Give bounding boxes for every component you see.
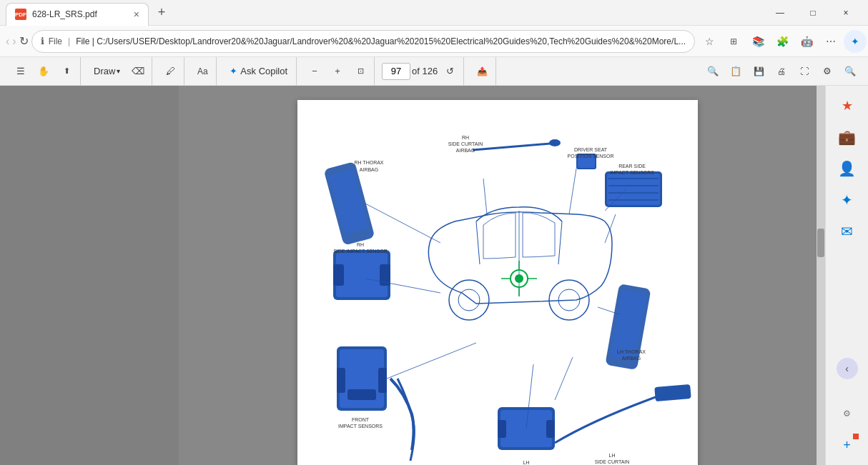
edge-outlook-icon[interactable]: ✉	[833, 217, 862, 246]
minimize-button[interactable]: —	[764, 0, 797, 26]
star-button[interactable]: ☆	[698, 30, 721, 53]
content-area: RH THORAX AIRBAG RH SIDE CURTAIN AIRBAG …	[0, 86, 868, 465]
fit-button[interactable]: ⊡	[350, 61, 371, 81]
pdf-viewer[interactable]: RH THORAX AIRBAG RH SIDE CURTAIN AIRBAG …	[179, 86, 817, 465]
address-lock-icon: ℹ	[41, 36, 44, 46]
svg-text:RH: RH	[462, 135, 469, 140]
refresh-button[interactable]: ↻	[19, 30, 29, 53]
svg-text:SIDE CURTAIN: SIDE CURTAIN	[595, 459, 630, 464]
navigation-bar: ‹ › ↻ ℹ File | File | C:/Users/USER/Desk…	[0, 26, 868, 57]
pdf-read-aloud-button[interactable]: Aa	[192, 61, 213, 81]
view-button[interactable]: 📋	[725, 61, 746, 81]
back-button[interactable]: ‹	[6, 30, 9, 53]
pdf-copilot-group: ✦ Ask Copilot	[221, 57, 297, 85]
address-bar[interactable]: ℹ File | File | C:/Users/USER/Desktop/La…	[31, 30, 695, 53]
draw-label: Draw	[94, 66, 115, 76]
page-total-text: of 126	[412, 66, 438, 76]
settings-button[interactable]: ⚙	[817, 61, 838, 81]
address-file-label: File	[49, 36, 62, 46]
pdf-eraser-button[interactable]: ⌫	[127, 61, 149, 81]
svg-rect-33	[378, 368, 387, 393]
edge-add-icon[interactable]: +	[833, 431, 862, 459]
svg-rect-32	[337, 368, 345, 393]
title-bar: PDF 628-LR_SRS.pdf × + — □ ×	[0, 0, 868, 26]
pdf-page-group: of 126 ↺	[379, 57, 464, 85]
svg-text:SIDE IMPACT SENSOR: SIDE IMPACT SENSOR	[333, 249, 388, 254]
svg-text:POSITION SENSOR: POSITION SENSOR	[568, 154, 614, 159]
pdf-menu-button[interactable]: ☰	[10, 61, 31, 81]
copilot-icon: ✦	[230, 66, 237, 76]
page-number-input[interactable]	[382, 63, 410, 80]
svg-text:IMPACT SENSORS: IMPACT SENSORS	[338, 424, 383, 429]
nav-icons: ☆ ⊞ 📚 🧩 🤖 ⋯ ✦	[698, 30, 867, 53]
svg-text:SIDE CURTAIN: SIDE CURTAIN	[448, 141, 483, 146]
edge-settings-bottom-icon[interactable]: ⚙	[833, 399, 862, 428]
pdf-read-group: Aa	[189, 57, 217, 85]
svg-text:FRONT: FRONT	[352, 417, 370, 422]
address-separator: |	[68, 36, 70, 46]
svg-rect-39	[546, 420, 555, 438]
pdf-page: RH THORAX AIRBAG RH SIDE CURTAIN AIRBAG …	[297, 100, 698, 465]
draw-arrow-icon: ▾	[117, 67, 120, 75]
more-button[interactable]: ⋯	[819, 30, 842, 53]
new-tab-button[interactable]: +	[152, 3, 172, 23]
pdf-toolbar: ☰ ✋ ⬆ Draw ▾ ⌫ 🖊 Aa ✦ Ask Copilot − + ⊡	[0, 57, 868, 86]
save-button[interactable]: 💾	[748, 61, 769, 81]
page-total: 126	[423, 66, 438, 76]
zoom-out-button[interactable]: −	[304, 61, 325, 81]
svg-point-4	[549, 139, 561, 146]
share-button[interactable]: 📤	[471, 61, 493, 81]
svg-rect-34	[347, 389, 376, 400]
find-button[interactable]: 🔍	[839, 61, 861, 81]
browser-tab[interactable]: PDF 628-LR_SRS.pdf ×	[6, 3, 149, 26]
collections-button[interactable]: 📚	[746, 30, 769, 53]
svg-text:AIRBAG: AIRBAG	[360, 167, 378, 172]
diagram-svg: RH THORAX AIRBAG RH SIDE CURTAIN AIRBAG …	[297, 100, 698, 465]
zoom-in-button[interactable]: +	[327, 61, 348, 81]
vertical-scrollbar[interactable]	[817, 86, 825, 465]
edge-profile-icon[interactable]: 👤	[833, 154, 862, 183]
search-button[interactable]: 🔍	[702, 61, 724, 81]
pdf-select-tool[interactable]: ⬆	[56, 61, 77, 81]
pdf-annotate-group: 🖊	[157, 57, 184, 85]
forward-button[interactable]: ›	[12, 30, 16, 53]
pdf-share-group: 📤	[468, 57, 496, 85]
sidebar-left	[0, 86, 179, 465]
pdf-toolbar-right: 🔍 📋 💾 🖨 ⛶ ⚙ 🔍	[702, 61, 861, 81]
maximize-button[interactable]: □	[797, 0, 829, 26]
edge-favorites-icon[interactable]: ★	[833, 91, 862, 120]
extensions-button[interactable]: 🧩	[771, 30, 794, 53]
pdf-highlight-button[interactable]: 🖊	[159, 61, 181, 81]
svg-text:RH THORAX: RH THORAX	[354, 160, 383, 165]
ask-copilot-label: Ask Copilot	[240, 66, 287, 76]
svg-rect-38	[498, 420, 506, 438]
tab-bar: PDF 628-LR_SRS.pdf × +	[6, 0, 764, 25]
edge-copilot-icon[interactable]: ✦	[833, 186, 862, 214]
pdf-draw-group: Draw ▾ ⌫	[85, 57, 152, 85]
tab-favicon: PDF	[15, 9, 26, 20]
address-text: File | C:/Users/USER/Desktop/Landrover20…	[76, 36, 686, 46]
svg-text:RH: RH	[357, 242, 364, 247]
copilot-nav-button[interactable]: 🤖	[795, 30, 818, 53]
svg-text:DRIVER SEAT: DRIVER SEAT	[574, 147, 608, 152]
print-button[interactable]: 🖨	[771, 61, 792, 81]
close-button[interactable]: ×	[829, 0, 862, 26]
sidebar-toggle[interactable]: ⊞	[722, 30, 745, 53]
edge-collapse-icon[interactable]: ‹	[837, 358, 858, 379]
svg-text:LH: LH	[523, 460, 530, 465]
edge-copilot-button[interactable]: ✦	[844, 30, 867, 53]
tab-close-button[interactable]: ×	[134, 9, 139, 20]
of-prefix: of	[412, 66, 422, 76]
svg-text:AIRBAG: AIRBAG	[456, 148, 475, 153]
svg-text:LH THORAX: LH THORAX	[617, 349, 646, 354]
pdf-hand-tool[interactable]: ✋	[33, 61, 54, 81]
ask-copilot-button[interactable]: ✦ Ask Copilot	[224, 61, 293, 81]
expand-button[interactable]: ⛶	[794, 61, 815, 81]
scroll-thumb[interactable]	[817, 229, 824, 257]
svg-point-23	[515, 274, 523, 283]
rotate-button[interactable]: ↺	[439, 61, 460, 81]
edge-briefcase-icon[interactable]: 💼	[833, 123, 862, 151]
pdf-draw-button[interactable]: Draw ▾	[88, 61, 126, 81]
window-controls: — □ ×	[764, 0, 862, 26]
edge-sidebar: ★ 💼 👤 ✦ ✉ ‹ ⚙ +	[825, 86, 868, 465]
